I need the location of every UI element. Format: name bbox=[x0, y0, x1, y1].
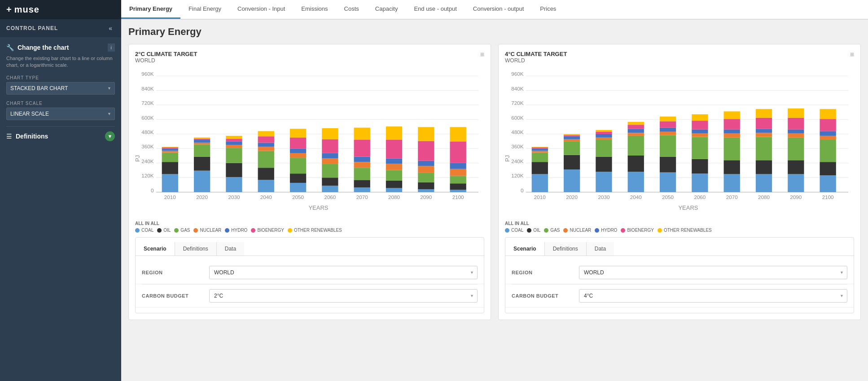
chart-1-menu-icon[interactable]: ≡ bbox=[480, 51, 484, 59]
chart-2-menu-icon[interactable]: ≡ bbox=[850, 51, 854, 59]
svg-rect-56 bbox=[290, 138, 306, 149]
svg-rect-24 bbox=[162, 147, 178, 149]
nav-tab-emissions[interactable]: Emissions bbox=[293, 0, 336, 19]
svg-rect-122 bbox=[532, 151, 548, 153]
nav-tab-conversion---input[interactable]: Conversion - Input bbox=[229, 0, 293, 19]
svg-text:120K: 120K bbox=[511, 173, 523, 178]
svg-rect-155 bbox=[660, 128, 676, 132]
list-icon: ☰ bbox=[6, 133, 12, 140]
svg-rect-143 bbox=[628, 172, 644, 192]
svg-rect-60 bbox=[322, 178, 338, 186]
svg-text:2040: 2040 bbox=[630, 194, 642, 200]
definitions-title: Definitions bbox=[16, 133, 48, 140]
svg-rect-138 bbox=[596, 138, 612, 140]
collapse-sidebar-button[interactable]: « bbox=[106, 24, 115, 33]
svg-rect-136 bbox=[596, 157, 612, 172]
svg-text:960K: 960K bbox=[141, 71, 153, 77]
chart-1-tab-scenario[interactable]: Scenario bbox=[136, 242, 175, 255]
chart-1-region-label: REGION bbox=[142, 270, 209, 275]
hydro-label-1: HYDRO bbox=[231, 228, 247, 233]
svg-rect-193 bbox=[820, 140, 836, 162]
svg-rect-95 bbox=[450, 163, 466, 169]
nav-tab-capacity[interactable]: Capacity bbox=[367, 0, 406, 19]
svg-rect-129 bbox=[564, 142, 580, 155]
svg-rect-88 bbox=[418, 141, 434, 161]
svg-rect-28 bbox=[194, 157, 210, 171]
gas-dot-1 bbox=[174, 228, 179, 233]
charts-row: 2°C CLIMATE TARGET WORLD ≡ 960K 840K 720… bbox=[128, 44, 861, 320]
svg-rect-171 bbox=[724, 130, 740, 134]
svg-rect-173 bbox=[724, 111, 740, 119]
svg-rect-165 bbox=[692, 114, 708, 121]
svg-rect-188 bbox=[788, 118, 804, 130]
svg-rect-35 bbox=[226, 177, 242, 192]
svg-rect-62 bbox=[322, 158, 338, 164]
legend-hydro-2: HYDRO bbox=[595, 228, 617, 233]
chart-1-tab-definitions[interactable]: Definitions bbox=[175, 242, 217, 255]
coal-dot-2 bbox=[505, 228, 509, 233]
svg-text:2010: 2010 bbox=[534, 194, 546, 200]
svg-text:2090: 2090 bbox=[420, 194, 432, 200]
svg-rect-168 bbox=[724, 160, 740, 174]
bar-2100: 2100 bbox=[450, 127, 466, 200]
chart-1-titles: 2°C CLIMATE TARGET WORLD bbox=[135, 51, 197, 64]
bar-2060: 2060 bbox=[322, 128, 338, 200]
chart-2-tab-scenario[interactable]: Scenario bbox=[505, 242, 545, 255]
nav-tab-costs[interactable]: Costs bbox=[336, 0, 367, 19]
oil-label-1: OIL bbox=[163, 228, 171, 233]
chart-2-tab-definitions[interactable]: Definitions bbox=[545, 242, 587, 255]
chart-scale-select[interactable]: LINEAR SCALE LOGARITHMIC SCALE bbox=[6, 108, 115, 120]
svg-text:2090: 2090 bbox=[790, 194, 802, 200]
svg-rect-65 bbox=[322, 128, 338, 139]
svg-text:480K: 480K bbox=[511, 129, 523, 135]
nav-tab-primary-energy[interactable]: Primary Energy bbox=[121, 0, 180, 19]
chart-2-legend-items: COAL OIL GAS NUCLEAR bbox=[505, 228, 854, 233]
svg-rect-93 bbox=[450, 176, 466, 183]
nav-tab-prices[interactable]: Prices bbox=[532, 0, 564, 19]
chart-2-region-select[interactable]: WORLD EUROPE ASIA bbox=[579, 266, 847, 279]
bar2-2030: 2030 bbox=[596, 130, 612, 200]
definitions-expand-button[interactable]: ▼ bbox=[105, 131, 115, 141]
ren-dot-2 bbox=[658, 228, 662, 233]
svg-rect-148 bbox=[628, 125, 644, 129]
svg-rect-68 bbox=[354, 180, 370, 187]
svg-rect-133 bbox=[564, 134, 580, 135]
coal-dot-1 bbox=[135, 228, 140, 233]
chart-1-tab-data[interactable]: Data bbox=[217, 242, 244, 255]
hydro-label-2: HYDRO bbox=[601, 228, 617, 233]
svg-rect-75 bbox=[386, 188, 402, 192]
svg-rect-176 bbox=[756, 160, 772, 174]
svg-rect-140 bbox=[596, 132, 612, 134]
chart-2-tab-data[interactable]: Data bbox=[587, 242, 614, 255]
svg-rect-78 bbox=[386, 164, 402, 170]
svg-rect-30 bbox=[194, 143, 210, 144]
chart-1-budget-label: CARBON BUDGET bbox=[142, 293, 209, 299]
nav-tab-conversion---output[interactable]: Conversion - output bbox=[465, 0, 532, 19]
info-button[interactable]: i bbox=[108, 43, 115, 52]
svg-text:120K: 120K bbox=[141, 173, 153, 178]
nav-tab-end-use---output[interactable]: End use - output bbox=[406, 0, 465, 19]
chart-1-budget-select[interactable]: 2°C 4°C bbox=[209, 289, 478, 303]
svg-rect-85 bbox=[418, 173, 434, 182]
chart-1-region-row: REGION WORLD EUROPE ASIA bbox=[136, 261, 484, 284]
chart-type-select[interactable]: STACKED BAR CHART LINE CHART COLUMN CHAR… bbox=[6, 82, 115, 95]
chart-2-budget-select[interactable]: 2°C 4°C bbox=[579, 289, 847, 303]
svg-rect-21 bbox=[162, 152, 178, 162]
change-chart-title: Change the chart bbox=[18, 44, 69, 51]
bar2-2060: 2060 bbox=[692, 114, 708, 200]
svg-rect-80 bbox=[386, 140, 402, 158]
chart-1-budget-row: CARBON BUDGET 2°C 4°C bbox=[136, 285, 484, 307]
svg-rect-131 bbox=[564, 136, 580, 139]
svg-rect-119 bbox=[532, 174, 548, 192]
svg-rect-43 bbox=[258, 180, 274, 192]
chart-1-region-select[interactable]: WORLD EUROPE ASIA bbox=[209, 266, 478, 279]
svg-text:0: 0 bbox=[151, 187, 154, 193]
svg-rect-46 bbox=[258, 147, 274, 151]
svg-rect-29 bbox=[194, 144, 210, 156]
svg-rect-23 bbox=[162, 148, 178, 151]
svg-rect-149 bbox=[628, 122, 644, 125]
chart-card-2-header: 4°C CLIMATE TARGET WORLD ≡ bbox=[505, 51, 854, 64]
nav-tab-final-energy[interactable]: Final Energy bbox=[180, 0, 229, 19]
svg-rect-194 bbox=[820, 136, 836, 140]
svg-rect-52 bbox=[290, 173, 306, 183]
